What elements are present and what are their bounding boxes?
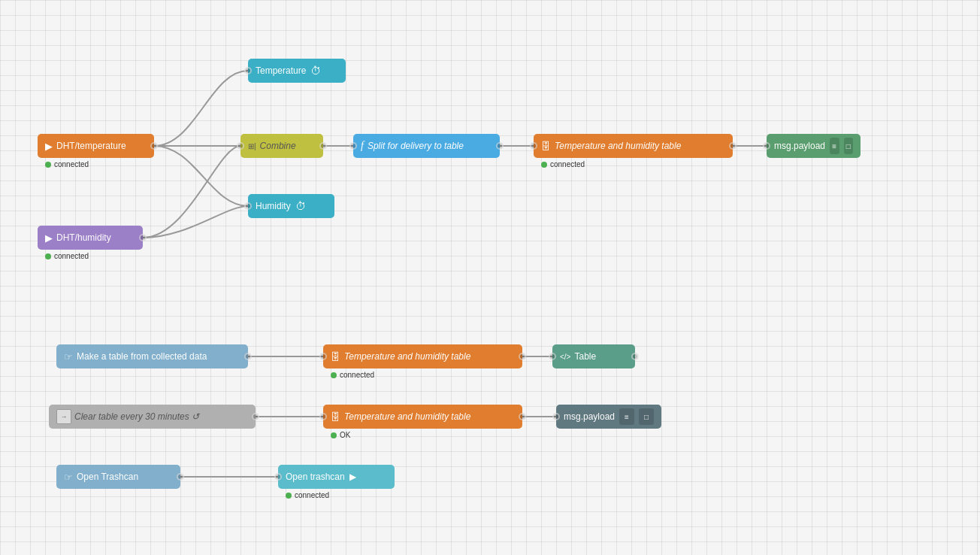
clear-table-node[interactable]: → Clear table every 30 minutes ↺ [49,405,256,429]
status-text: connected [550,160,585,168]
output-indicator: ▶ [349,472,356,482]
node-status: connected [331,371,374,379]
node-label: Table [574,351,596,362]
node-label: Open Trashcan [77,472,138,482]
link-icon: ☞ [64,351,73,362]
node-label: msg.payload [774,141,825,151]
link-icon: ☞ [64,472,73,483]
node-label: Temperature [256,65,306,76]
node-label: DHT/humidity [56,232,111,243]
open-trashcan-btn-node[interactable]: ☞ Open Trashcan [56,465,180,489]
make-table-node[interactable]: ☞ Make a table from collected data [56,344,248,368]
input-port[interactable] [552,413,560,420]
output-port[interactable] [496,142,504,150]
status-indicator [541,162,547,168]
node-status: connected [541,160,585,168]
input-port[interactable] [349,142,357,150]
input-port[interactable] [244,202,252,210]
output-port[interactable] [150,142,158,150]
temp-humidity-table-3-node[interactable]: 🗄 Temperature and humidity table OK [323,405,522,429]
output-port[interactable] [244,353,252,360]
node-label: Temperature and humidity table [555,141,681,151]
gauge-icon: ⏱ [295,200,306,212]
node-icon: ▶ [45,232,53,244]
node-label: Combine [260,141,296,151]
input-port[interactable] [530,142,537,150]
split-delivery-node[interactable]: f Split for delivery to table [353,134,500,158]
func-icon: f [361,140,364,152]
status-indicator [45,162,51,168]
node-label: DHT/temperature [56,141,126,151]
output-port[interactable] [319,142,327,150]
dht-temperature-node[interactable]: ▶ DHT/temperature connected [38,134,154,158]
input-port[interactable] [244,67,252,74]
toggle-btn[interactable]: □ [639,408,654,425]
status-indicator [45,253,51,259]
msg-payload-2-node[interactable]: msg.payload ≡ □ [556,405,661,429]
status-indicator [286,493,292,499]
node-label: Temperature and humidity table [344,411,470,422]
output-port[interactable] [729,142,737,150]
gauge-icon: ⏱ [310,65,321,77]
node-status: OK [331,431,350,439]
output-port[interactable] [519,353,526,360]
input-port[interactable] [237,142,244,150]
input-port[interactable] [319,353,327,360]
temp-humidity-table-1-node[interactable]: 🗄 Temperature and humidity table connect… [534,134,733,158]
status-indicator [331,372,337,378]
combine-node[interactable]: ⊞| Combine [240,134,323,158]
status-text: connected [54,160,89,168]
output-port[interactable] [631,353,639,360]
output-port[interactable] [177,473,184,481]
db-icon: 🗄 [331,411,340,423]
input-port[interactable] [274,473,282,481]
list-btn[interactable]: ≡ [619,408,634,425]
template-icon: </> [560,353,570,361]
status-text: connected [54,252,89,260]
status-text: OK [340,431,350,439]
node-icon: ▶ [45,141,53,152]
node-status: connected [45,252,89,260]
temperature-gauge-node[interactable]: Temperature ⏱ [248,59,346,83]
table-node[interactable]: </> Table [552,344,635,368]
status-indicator [331,432,337,438]
node-label: Temperature and humidity table [344,351,470,362]
toggle-btn[interactable]: □ [844,138,853,154]
temp-humidity-table-2-node[interactable]: 🗄 Temperature and humidity table connect… [323,344,522,368]
input-port[interactable] [319,413,327,420]
left-btn[interactable]: → [56,409,71,424]
input-port[interactable] [763,142,770,150]
node-status: connected [45,160,89,168]
node-label: Humidity [256,201,291,211]
node-status: connected [286,491,329,499]
node-icon: ⊞| [248,142,256,150]
msg-payload-1-node[interactable]: msg.payload ≡ □ [767,134,861,158]
node-label: Open trashcan [286,472,345,482]
humidity-gauge-node[interactable]: Humidity ⏱ [248,194,334,218]
dht-humidity-node[interactable]: ▶ DHT/humidity connected [38,226,143,250]
output-port[interactable] [252,413,259,420]
node-label: Make a table from collected data [77,351,207,362]
node-label: msg.payload [564,411,615,422]
node-label: Split for delivery to table [368,141,464,151]
input-port[interactable] [549,353,556,360]
node-label: Clear table every 30 minutes ↺ [74,411,199,422]
list-btn[interactable]: ≡ [830,138,839,154]
db-icon: 🗄 [331,351,340,362]
output-port[interactable] [139,234,147,241]
status-text: connected [295,491,329,499]
open-trashcan-out-node[interactable]: Open trashcan ▶ connected [278,465,395,489]
status-text: connected [340,371,374,379]
output-port[interactable] [519,413,526,420]
db-icon: 🗄 [541,141,551,152]
